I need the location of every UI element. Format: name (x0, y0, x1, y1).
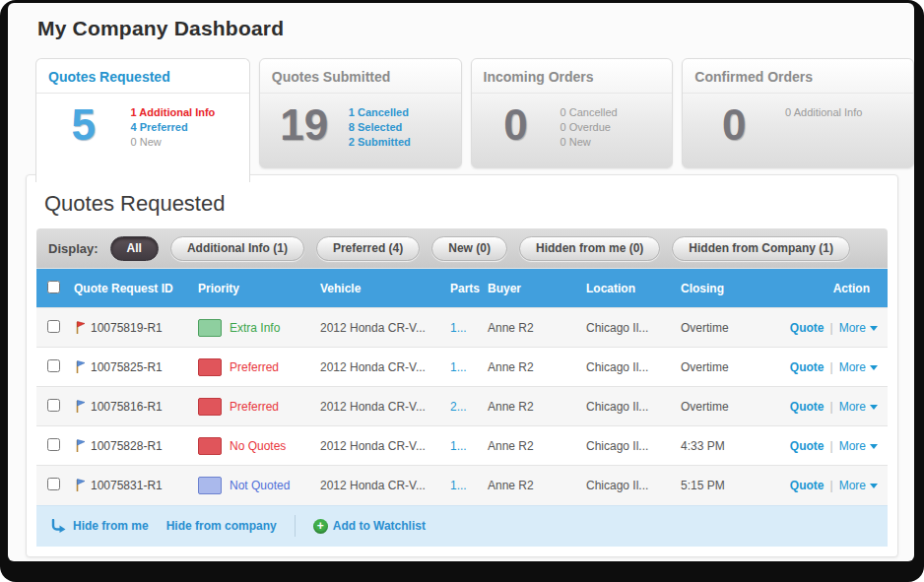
hide-from-company-button[interactable]: Hide from company (166, 519, 277, 533)
card-quotes-submitted[interactable]: Quotes Submitted 19 1 Cancelled 8 Select… (259, 58, 462, 168)
stat-preferred: 4 Preferred (131, 120, 216, 135)
vehicle-cell: 2012 Honda CR-V... (316, 426, 446, 466)
summary-cards: Quotes Requested 5 1 Additional Info 4 P… (8, 40, 914, 174)
quote-button[interactable]: Quote (790, 321, 825, 335)
card-confirmed-orders[interactable]: Confirmed Orders 0 0 Additional Info (682, 58, 914, 168)
priority-swatch (198, 477, 222, 494)
col-closing: Closing (677, 269, 785, 308)
col-quote-request-id: Quote Request ID (70, 269, 194, 308)
filter-hidden-from-me[interactable]: Hidden from me (0) (519, 236, 660, 261)
more-button[interactable]: More (839, 360, 866, 374)
quote-request-id: 10075828-R1 (91, 439, 163, 453)
table-header-row: Quote Request ID Priority Vehicle Parts … (36, 269, 888, 308)
more-button[interactable]: More (839, 479, 866, 492)
display-label: Display: (48, 241, 99, 256)
priority-label: Preferred (230, 400, 279, 414)
row-checkbox[interactable] (47, 359, 60, 372)
plus-icon: + (313, 519, 328, 534)
table-row: 10075831-R1 Not Quoted 2012 Honda CR-V..… (36, 466, 888, 505)
quote-button[interactable]: Quote (790, 479, 825, 492)
priority-swatch (198, 319, 222, 337)
select-all-checkbox[interactable] (47, 281, 60, 293)
parts-link[interactable]: 1... (450, 479, 467, 492)
blue-flag-icon (74, 359, 86, 374)
caret-down-icon (870, 405, 878, 410)
dashboard-page: My Company Dashboard Quotes Requested 5 … (8, 3, 914, 561)
parts-link[interactable]: 1... (450, 321, 467, 335)
hide-from-me-button[interactable]: Hide from me (50, 519, 149, 533)
card-count: 0 (683, 101, 785, 149)
table-row: 10075825-R1 Preferred 2012 Honda CR-V...… (36, 348, 888, 387)
buyer-cell: Anne R2 (484, 308, 582, 348)
table-row: 10075828-R1 No Quotes 2012 Honda CR-V...… (36, 426, 888, 466)
card-title: Quotes Submitted (260, 59, 461, 94)
vehicle-cell: 2012 Honda CR-V... (316, 308, 446, 348)
closing-cell: Overtime (677, 308, 785, 348)
parts-link[interactable]: 2... (450, 400, 467, 414)
card-incoming-orders[interactable]: Incoming Orders 0 0 Cancelled 0 Overdue … (471, 58, 674, 168)
filter-new[interactable]: New (0) (431, 236, 507, 261)
card-title: Incoming Orders (472, 59, 673, 94)
card-title: Confirmed Orders (683, 59, 913, 94)
closing-cell: Overtime (677, 387, 785, 426)
priority-swatch (198, 358, 222, 376)
row-checkbox[interactable] (47, 438, 60, 451)
caret-down-icon (870, 326, 878, 331)
row-checkbox[interactable] (47, 399, 60, 412)
priority-label: No Quotes (230, 439, 286, 453)
closing-cell: 5:15 PM (677, 466, 785, 505)
quote-button[interactable]: Quote (790, 400, 825, 414)
card-count: 5 (36, 101, 131, 149)
stat-cancelled: 1 Cancelled (349, 105, 411, 120)
buyer-cell: Anne R2 (484, 466, 582, 505)
caret-down-icon (870, 365, 878, 370)
stat-submitted: 2 Submitted (349, 135, 411, 150)
red-flag-icon (74, 320, 86, 335)
location-cell: Chicago Il... (582, 466, 677, 505)
col-vehicle: Vehicle (316, 269, 446, 308)
more-button[interactable]: More (839, 321, 866, 335)
blue-flag-icon (74, 478, 86, 492)
add-to-watchlist-button[interactable]: + Add to Watchlist (313, 519, 426, 534)
filter-all[interactable]: All (110, 236, 159, 261)
filter-additional-info[interactable]: Additional Info (1) (170, 236, 304, 261)
filter-hidden-from-company[interactable]: Hidden from Company (1) (672, 236, 850, 261)
card-quotes-requested[interactable]: Quotes Requested 5 1 Additional Info 4 P… (35, 58, 250, 182)
quote-request-id: 10075831-R1 (91, 479, 163, 492)
filter-bar: Display: All Additional Info (1) Preferr… (36, 228, 888, 268)
location-cell: Chicago Il... (582, 348, 677, 387)
more-button[interactable]: More (839, 400, 866, 414)
stat-additional-info: 1 Additional Info (131, 105, 216, 120)
vehicle-cell: 2012 Honda CR-V... (316, 466, 446, 505)
location-cell: Chicago Il... (582, 426, 677, 466)
col-buyer: Buyer (484, 269, 582, 308)
quote-button[interactable]: Quote (790, 439, 825, 453)
quote-request-id: 10075816-R1 (91, 400, 163, 414)
stat-additional-info: 0 Additional Info (785, 105, 862, 120)
more-button[interactable]: More (839, 439, 866, 453)
row-checkbox[interactable] (47, 320, 60, 333)
parts-link[interactable]: 1... (450, 360, 467, 374)
table-row: 10075816-R1 Preferred 2012 Honda CR-V...… (36, 387, 888, 426)
caret-down-icon (870, 444, 878, 449)
priority-label: Extra Info (230, 321, 280, 335)
stat-new: 0 New (561, 135, 618, 150)
buyer-cell: Anne R2 (484, 387, 582, 426)
closing-cell: 4:33 PM (677, 426, 785, 466)
vehicle-cell: 2012 Honda CR-V... (316, 348, 446, 387)
row-checkbox[interactable] (47, 478, 60, 490)
page-title: My Company Dashboard (8, 3, 914, 40)
col-action: Action (785, 269, 888, 308)
bulk-action-bar: Hide from me Hide from company + Add to … (36, 505, 888, 547)
location-cell: Chicago Il... (582, 308, 677, 348)
card-count: 19 (260, 101, 349, 149)
parts-link[interactable]: 1... (450, 439, 467, 453)
quote-button[interactable]: Quote (790, 360, 825, 374)
blue-flag-icon (74, 399, 86, 414)
filter-preferred[interactable]: Preferred (4) (316, 236, 420, 261)
buyer-cell: Anne R2 (484, 348, 582, 387)
quote-request-id: 10075819-R1 (91, 321, 163, 335)
stat-cancelled: 0 Cancelled (561, 105, 618, 120)
caret-down-icon (870, 484, 878, 488)
col-priority: Priority (194, 269, 316, 308)
